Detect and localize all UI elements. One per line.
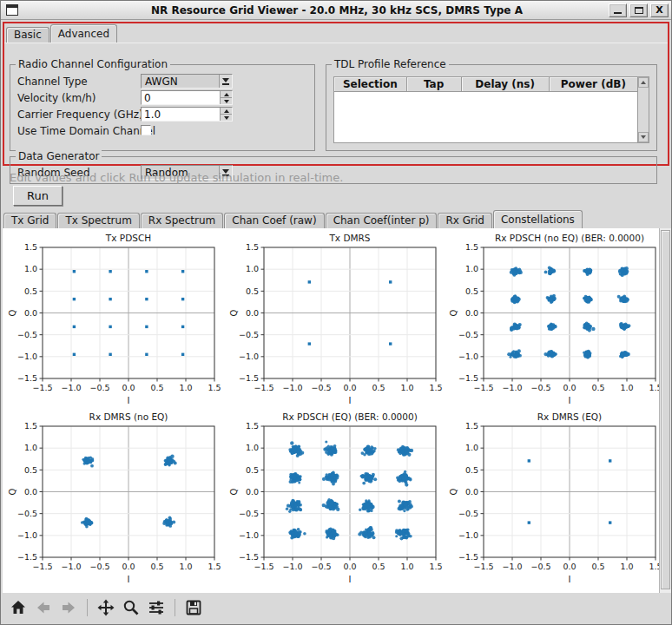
svg-text:−1.0: −1.0: [458, 530, 478, 540]
svg-text:1.0: 1.0: [620, 562, 633, 571]
tdl-table-scrollbar[interactable]: [637, 77, 649, 142]
svg-text:1.0: 1.0: [400, 562, 413, 571]
scroll-up-icon[interactable]: [638, 77, 649, 88]
svg-text:0.5: 0.5: [24, 286, 37, 296]
tab-tx-spectrum[interactable]: Tx Spectrum: [57, 213, 139, 228]
home-icon[interactable]: [10, 599, 27, 616]
svg-text:1.0: 1.0: [620, 383, 633, 392]
chevron-down-icon[interactable]: [219, 75, 232, 88]
title-bar[interactable]: NR Resource Grid Viewer - 20.0 MHz, 30 k…: [1, 1, 672, 20]
svg-text:0.5: 0.5: [465, 465, 478, 475]
svg-text:−0.5: −0.5: [89, 383, 109, 392]
svg-text:1.5: 1.5: [24, 421, 37, 431]
svg-text:−0.5: −0.5: [530, 383, 550, 392]
tab-chan-coef-raw[interactable]: Chan Coef (raw): [224, 213, 324, 228]
close-button[interactable]: X: [650, 3, 669, 17]
configure-subplots-icon[interactable]: [148, 599, 165, 616]
channel-type-combobox[interactable]: AWGN: [141, 74, 233, 89]
carrier-frequency-spinbox[interactable]: [141, 107, 233, 122]
app-window: NR Resource Grid Viewer - 20.0 MHz, 30 k…: [0, 0, 672, 625]
svg-text:−1.0: −1.0: [458, 352, 478, 361]
svg-text:I: I: [569, 396, 571, 405]
svg-text:0.0: 0.0: [24, 308, 37, 318]
tab-constellations[interactable]: Constellations: [493, 210, 583, 228]
svg-text:−0.5: −0.5: [239, 509, 259, 518]
velocity-spinbox[interactable]: [141, 90, 233, 105]
svg-text:0.5: 0.5: [465, 286, 478, 296]
back-icon[interactable]: [35, 599, 52, 616]
scrollbar-thumb[interactable]: [661, 230, 670, 589]
svg-text:Rx PDSCH (no EQ) (BER: 0.0000): Rx PDSCH (no EQ) (BER: 0.0000): [495, 233, 644, 243]
constellation-plot-5: −1.5−1.0−0.50.00.51.01.5−1.5−1.0−0.50.00…: [227, 409, 445, 586]
svg-text:−0.5: −0.5: [17, 509, 37, 518]
tab-rx-grid[interactable]: Rx Grid: [438, 213, 491, 228]
svg-text:−1.0: −1.0: [17, 530, 37, 540]
tab-rx-spectrum[interactable]: Rx Spectrum: [141, 213, 223, 228]
svg-text:0.5: 0.5: [150, 562, 163, 571]
minimize-button[interactable]: [609, 3, 627, 17]
svg-text:1.5: 1.5: [465, 421, 478, 431]
svg-text:−1.5: −1.5: [254, 383, 273, 392]
column-tap[interactable]: Tap: [407, 77, 462, 91]
column-delay[interactable]: Delay (ns): [462, 77, 550, 91]
constellation-plot-6: −1.5−1.0−0.50.00.51.01.5−1.5−1.0−0.50.00…: [447, 409, 664, 586]
svg-text:I: I: [349, 396, 352, 405]
spin-down-icon[interactable]: [221, 115, 232, 121]
maximize-icon: [635, 7, 643, 14]
svg-text:0.0: 0.0: [246, 308, 259, 318]
svg-text:−1.5: −1.5: [17, 552, 37, 562]
svg-text:0.0: 0.0: [24, 487, 37, 497]
svg-text:0.0: 0.0: [563, 562, 576, 571]
svg-text:I: I: [349, 575, 352, 584]
pan-icon[interactable]: [97, 599, 115, 616]
spin-down-icon[interactable]: [221, 98, 232, 104]
tab-tx-grid[interactable]: Tx Grid: [3, 213, 56, 228]
svg-text:0.0: 0.0: [122, 383, 135, 392]
column-power[interactable]: Power (dB): [550, 77, 637, 91]
tab-chan-coef-interp[interactable]: Chan Coef(inter p): [326, 213, 438, 228]
tdl-table-header: Selection Tap Delay (ns) Power (dB): [334, 77, 637, 92]
svg-text:1.0: 1.0: [24, 264, 37, 273]
svg-text:−1.5: −1.5: [473, 562, 493, 571]
svg-text:−1.5: −1.5: [239, 373, 259, 383]
svg-text:−1.0: −1.0: [61, 383, 81, 392]
maximize-button[interactable]: [629, 3, 648, 17]
run-button[interactable]: Run: [13, 186, 63, 206]
tab-advanced[interactable]: Advanced: [50, 24, 117, 43]
status-text: Edit values and click Run to update simu…: [10, 171, 343, 184]
forward-icon[interactable]: [60, 599, 77, 616]
canvas-vertical-scrollbar[interactable]: [659, 228, 671, 593]
config-panel: Radio Channel Configuration Channel Type…: [4, 43, 668, 164]
spin-up-icon[interactable]: [221, 91, 232, 98]
toolbar-separator: [87, 599, 88, 616]
velocity-input[interactable]: [142, 91, 220, 104]
save-icon[interactable]: [185, 599, 202, 616]
svg-text:−1.5: −1.5: [458, 373, 478, 383]
constellation-plot-1: −1.5−1.0−0.50.00.51.01.5−1.5−1.0−0.50.00…: [6, 230, 223, 407]
svg-text:−1.0: −1.0: [61, 562, 81, 571]
svg-text:0.0: 0.0: [343, 383, 356, 392]
tab-basic[interactable]: Basic: [6, 27, 49, 43]
carrier-frequency-input[interactable]: [142, 108, 220, 121]
svg-text:Rx DMRS (EQ): Rx DMRS (EQ): [537, 411, 602, 422]
constellation-plot-4: −1.5−1.0−0.50.00.51.01.5−1.5−1.0−0.50.00…: [6, 409, 223, 586]
column-selection[interactable]: Selection: [334, 77, 407, 91]
svg-text:1.0: 1.0: [246, 443, 259, 452]
svg-text:Q: Q: [8, 309, 17, 316]
svg-text:1.5: 1.5: [246, 242, 259, 252]
svg-text:1.5: 1.5: [429, 383, 442, 392]
svg-text:0.5: 0.5: [150, 383, 163, 392]
constellation-plot-3: −1.5−1.0−0.50.00.51.01.5−1.5−1.0−0.50.00…: [447, 230, 664, 407]
svg-text:−0.5: −0.5: [458, 509, 478, 518]
svg-text:1.0: 1.0: [246, 264, 259, 273]
tdl-profile-title: TDL Profile Reference: [332, 58, 449, 70]
time-domain-channel-checkbox[interactable]: [141, 125, 151, 135]
svg-text:1.5: 1.5: [208, 383, 221, 392]
svg-text:1.5: 1.5: [246, 421, 259, 431]
zoom-rect-icon[interactable]: [122, 599, 140, 616]
spin-up-icon[interactable]: [221, 108, 232, 115]
svg-text:0.5: 0.5: [372, 562, 385, 571]
figure-canvas[interactable]: −1.5−1.0−0.50.00.51.01.5−1.5−1.0−0.50.00…: [3, 228, 659, 593]
svg-text:Rx PDSCH (EQ) (BER: 0.0000): Rx PDSCH (EQ) (BER: 0.0000): [282, 411, 418, 422]
scroll-down-icon[interactable]: [638, 132, 649, 142]
